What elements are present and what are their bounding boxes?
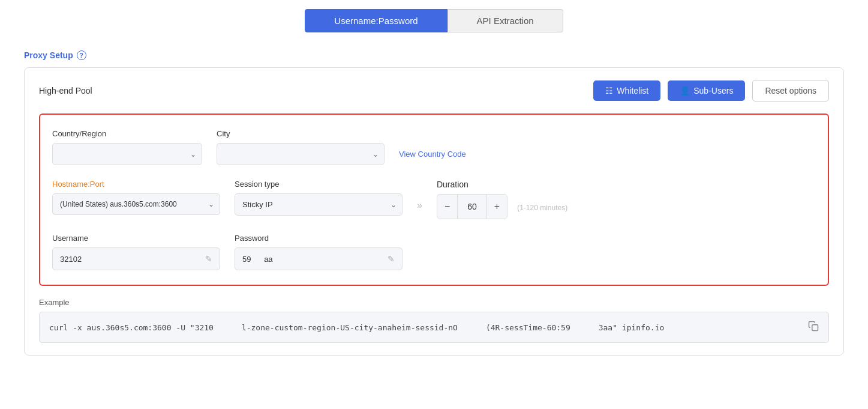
- country-city-row: Country/Region ⌄ City: [52, 129, 816, 165]
- username-group: Username 32102 ✎: [52, 234, 220, 270]
- country-select-wrapper: ⌄: [52, 143, 202, 165]
- city-label: City: [217, 129, 385, 138]
- duration-increase-button[interactable]: +: [487, 195, 507, 219]
- password-value: 59 aa: [242, 255, 273, 264]
- country-label: Country/Region: [52, 129, 202, 138]
- reset-options-button[interactable]: Reset options: [752, 80, 829, 101]
- example-section: Example curl -x aus.360s5.com:3600 -U "3…: [39, 298, 829, 343]
- whitelist-button[interactable]: ☷ Whitelist: [593, 80, 660, 101]
- sub-users-icon: 👤: [680, 86, 690, 95]
- example-code-box: curl -x aus.360s5.com:3600 -U "3210 l-zo…: [39, 312, 829, 343]
- proxy-setup-label: Proxy Setup ?: [24, 50, 844, 60]
- hostname-label: Hostname:Port: [52, 180, 220, 189]
- header-actions: ☷ Whitelist 👤 Sub-Users Reset options: [593, 80, 829, 101]
- pool-label: High-end Pool: [39, 86, 92, 95]
- credentials-row: Username 32102 ✎ Password 59 aa ✎: [52, 234, 816, 270]
- hostname-select-wrapper: (United States) aus.360s5.com:3600 ⌄: [52, 193, 220, 215]
- city-select-wrapper: ⌄: [217, 143, 385, 165]
- pool-header: High-end Pool ☷ Whitelist 👤 Sub-Users Re…: [39, 80, 829, 101]
- session-select-wrapper: Sticky IP ⌄: [235, 193, 403, 216]
- hostname-select[interactable]: (United States) aus.360s5.com:3600: [52, 193, 220, 215]
- password-field: 59 aa ✎: [235, 247, 403, 270]
- whitelist-icon: ☷: [605, 86, 613, 95]
- arrows-icon: »: [417, 200, 422, 211]
- tab-username-password[interactable]: Username:Password: [305, 9, 447, 32]
- password-group: Password 59 aa ✎: [235, 234, 403, 270]
- duration-hint: (1-120 minutes): [517, 204, 567, 212]
- session-group: Session type Sticky IP ⌄: [235, 180, 403, 216]
- username-edit-icon[interactable]: ✎: [205, 254, 212, 264]
- session-select[interactable]: Sticky IP: [235, 193, 403, 216]
- username-value: 32102: [60, 255, 82, 264]
- tab-api-extraction[interactable]: API Extraction: [447, 9, 563, 32]
- duration-label: Duration: [437, 180, 567, 189]
- example-code: curl -x aus.360s5.com:3600 -U "3210 l-zo…: [49, 323, 801, 332]
- duration-controls: − 60 +: [437, 194, 507, 219]
- password-label: Password: [235, 234, 403, 243]
- country-group: Country/Region ⌄: [52, 129, 202, 165]
- copy-icon[interactable]: [808, 321, 819, 334]
- password-edit-icon[interactable]: ✎: [388, 254, 395, 264]
- config-box: Country/Region ⌄ City: [39, 114, 829, 286]
- example-label: Example: [39, 298, 829, 307]
- sub-users-button[interactable]: 👤 Sub-Users: [668, 80, 745, 101]
- duration-decrease-button[interactable]: −: [437, 195, 457, 219]
- svg-rect-0: [812, 325, 818, 331]
- city-group: City ⌄: [217, 129, 385, 165]
- duration-group: Duration − 60 + (1-120 minutes): [437, 180, 567, 219]
- view-country-code-link[interactable]: View Country Code: [399, 150, 466, 159]
- city-select[interactable]: [217, 143, 385, 165]
- session-label: Session type: [235, 180, 403, 189]
- help-icon[interactable]: ?: [77, 50, 86, 60]
- proxy-main-box: High-end Pool ☷ Whitelist 👤 Sub-Users Re…: [24, 67, 844, 356]
- duration-value: 60: [457, 195, 487, 219]
- username-field: 32102 ✎: [52, 247, 220, 270]
- proxy-setup-section: Proxy Setup ? High-end Pool ☷ Whitelist …: [24, 50, 844, 356]
- hostname-group: Hostname:Port (United States) aus.360s5.…: [52, 180, 220, 215]
- country-select[interactable]: [52, 143, 202, 165]
- hostname-session-row: Hostname:Port (United States) aus.360s5.…: [52, 180, 816, 219]
- duration-row: − 60 + (1-120 minutes): [437, 194, 567, 219]
- tabs-container: Username:Password API Extraction: [24, 0, 844, 44]
- username-label: Username: [52, 234, 220, 243]
